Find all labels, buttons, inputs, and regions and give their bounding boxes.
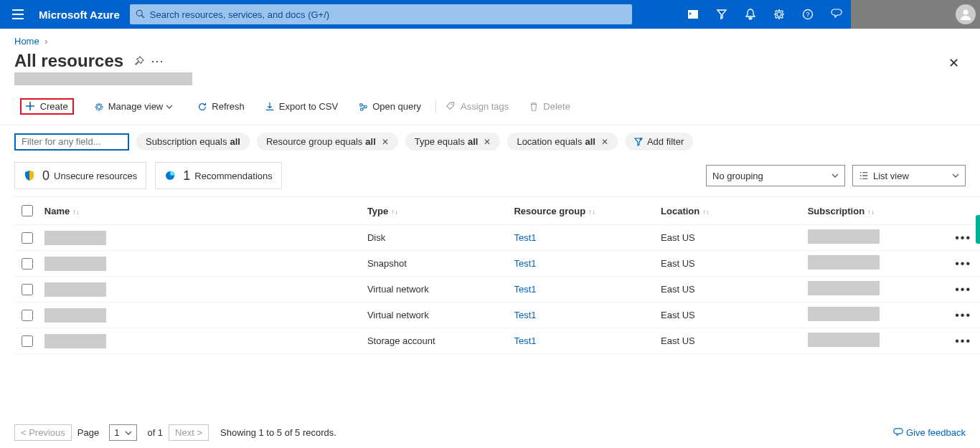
cloud-shell-icon[interactable] <box>679 0 707 29</box>
manage-view-button[interactable]: Manage view <box>88 98 184 115</box>
cell-subscription-redacted <box>808 255 880 270</box>
row-context-menu-icon[interactable]: ••• <box>955 257 976 270</box>
col-sub[interactable]: Subscription↑↓ <box>804 197 951 225</box>
cell-resource-group[interactable]: Test1 <box>514 310 536 320</box>
delete-button: Delete <box>523 98 576 115</box>
breadcrumb: Home › <box>0 29 980 51</box>
open-query-button[interactable]: Open query <box>352 98 427 115</box>
unsecure-label: Unsecure resources <box>54 171 137 181</box>
table-row[interactable]: Virtual networkTest1East US••• <box>14 277 980 302</box>
filter-pill-subscription[interactable]: Subscription equalsall <box>136 133 250 151</box>
table-row[interactable]: SnapshotTest1East US••• <box>14 251 980 277</box>
listview-dropdown[interactable]: List view <box>852 165 966 186</box>
col-loc[interactable]: Location↑↓ <box>656 197 804 225</box>
cell-subscription-redacted <box>808 281 880 295</box>
listview-value: List view <box>873 171 909 181</box>
export-csv-button[interactable]: Export to CSV <box>259 98 344 115</box>
feedback-side-tab[interactable] <box>976 215 980 244</box>
toolbar-separator <box>435 100 436 114</box>
create-label: Create <box>40 101 68 112</box>
account-block[interactable] <box>851 0 980 29</box>
insight-row: 0 Unsecure resources 1 Recommendations N… <box>0 158 980 196</box>
cell-subscription-redacted <box>808 307 880 321</box>
filter-pill-type[interactable]: Type equalsall ✕ <box>405 133 501 151</box>
create-button[interactable]: Create <box>14 95 80 118</box>
shield-icon <box>24 170 35 181</box>
chevron-down-icon <box>952 172 959 179</box>
row-context-menu-icon[interactable]: ••• <box>955 232 976 244</box>
brand-text[interactable]: Microsoft Azure <box>36 9 130 21</box>
advisor-icon <box>164 170 176 181</box>
cell-type: Virtual network <box>363 302 510 328</box>
resource-name-redacted <box>44 334 106 348</box>
table-row[interactable]: DiskTest1East US••• <box>14 225 980 251</box>
cell-location: East US <box>656 251 804 277</box>
cell-resource-group[interactable]: Test1 <box>514 258 536 269</box>
cell-resource-group[interactable]: Test1 <box>514 284 536 295</box>
feedback-icon[interactable] <box>822 0 851 29</box>
breadcrumb-home[interactable]: Home <box>14 36 39 47</box>
table-row[interactable]: Virtual networkTest1East US••• <box>14 302 980 328</box>
cell-type: Virtual network <box>363 277 510 302</box>
add-filter-button[interactable]: Add filter <box>625 133 693 151</box>
assign-tags-label: Assign tags <box>461 101 509 112</box>
title-more-icon[interactable]: ⋯ <box>151 53 164 69</box>
cell-location: East US <box>656 302 804 328</box>
filter-bar: Subscription equalsall Resource group eq… <box>0 125 980 158</box>
recommendations-card[interactable]: 1 Recommendations <box>155 162 281 189</box>
global-search[interactable] <box>130 4 632 24</box>
filter-pill-location[interactable]: Location equalsall ✕ <box>507 133 618 151</box>
row-context-menu-icon[interactable]: ••• <box>955 335 976 347</box>
remove-filter-icon[interactable]: ✕ <box>601 137 608 147</box>
cell-location: East US <box>656 277 804 302</box>
row-checkbox[interactable] <box>22 284 33 295</box>
unsecure-resources-card[interactable]: 0 Unsecure resources <box>14 162 146 189</box>
azure-top-bar: Microsoft Azure ? <box>0 0 980 29</box>
row-checkbox[interactable] <box>22 335 33 347</box>
assign-tags-button: Assign tags <box>440 98 514 115</box>
pin-icon[interactable] <box>132 54 146 68</box>
remove-filter-icon[interactable]: ✕ <box>382 137 389 147</box>
cell-type: Snapshot <box>363 251 510 277</box>
list-view-icon <box>859 171 869 181</box>
help-icon[interactable]: ? <box>793 0 822 29</box>
row-checkbox[interactable] <box>22 258 33 270</box>
cell-resource-group[interactable]: Test1 <box>514 232 536 243</box>
filter-field-input[interactable] <box>14 133 129 151</box>
col-rg[interactable]: Resource group↑↓ <box>509 197 656 225</box>
cell-type: Storage account <box>363 328 510 354</box>
svg-point-8 <box>170 171 174 176</box>
svg-point-3 <box>360 103 363 106</box>
col-name[interactable]: Name↑↓ <box>40 197 363 225</box>
row-context-menu-icon[interactable]: ••• <box>955 283 976 295</box>
row-checkbox[interactable] <box>22 310 33 321</box>
filter-pill-resource-group[interactable]: Resource group equalsall ✕ <box>257 133 398 151</box>
close-icon[interactable]: ✕ <box>941 51 966 75</box>
resource-name-redacted <box>44 282 106 297</box>
search-icon <box>136 9 146 19</box>
resource-name-redacted <box>44 257 106 271</box>
table-row[interactable]: Storage accountTest1East US••• <box>14 328 980 354</box>
resource-name-redacted <box>44 231 106 245</box>
refresh-button[interactable]: Refresh <box>192 98 250 115</box>
grouping-dropdown[interactable]: No grouping <box>706 165 845 186</box>
notifications-icon[interactable] <box>736 0 765 29</box>
col-type[interactable]: Type↑↓ <box>363 197 510 225</box>
svg-text:?: ? <box>806 11 809 18</box>
page-title: All resources <box>14 51 123 71</box>
settings-gear-icon[interactable] <box>765 0 793 29</box>
hamburger-icon[interactable] <box>0 0 36 29</box>
row-context-menu-icon[interactable]: ••• <box>955 309 976 321</box>
row-checkbox[interactable] <box>22 232 33 244</box>
select-all-checkbox[interactable] <box>22 205 33 216</box>
chevron-down-icon <box>166 103 173 110</box>
avatar-icon <box>956 4 976 24</box>
remove-filter-icon[interactable]: ✕ <box>484 137 491 147</box>
svg-point-6 <box>451 103 453 105</box>
directory-filter-icon[interactable] <box>707 0 736 29</box>
chevron-down-icon <box>831 172 839 179</box>
cell-location: East US <box>656 225 804 251</box>
cell-resource-group[interactable]: Test1 <box>514 335 536 346</box>
search-input[interactable] <box>146 9 626 21</box>
cell-type: Disk <box>363 225 510 251</box>
